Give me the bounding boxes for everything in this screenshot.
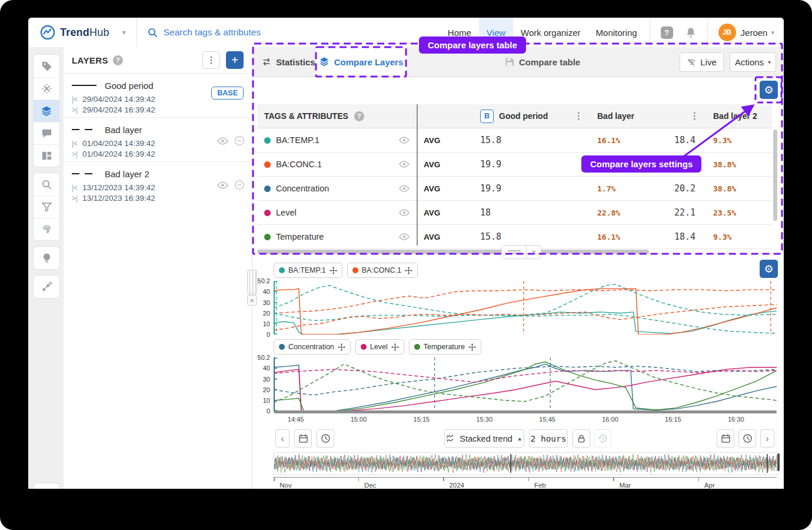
eye-icon[interactable]: [399, 209, 410, 216]
table-row[interactable]: ConcentrationAVG19.91.7%20.238.8%: [257, 177, 772, 201]
chart2-legend: Concentration Level Temperature: [274, 339, 481, 355]
sidebar-dashboard-button[interactable]: [34, 144, 59, 167]
lock-duration-button[interactable]: [573, 429, 590, 448]
layer-card-bad-layer-2[interactable]: Bad layer 2 |<13/12/2023 14:39:42 >|13/1…: [64, 161, 252, 206]
layer2-column-header[interactable]: Bad layer 2: [706, 104, 768, 128]
close-icon[interactable]: ✕: [527, 246, 541, 259]
legend-chip-level[interactable]: Level: [355, 339, 404, 355]
eye-icon[interactable]: [399, 233, 410, 240]
table-row[interactable]: LevelAVG1822.8%22.123.5%: [257, 201, 772, 225]
move-icon[interactable]: [468, 343, 476, 351]
table-horizontal-scrollbar[interactable]: [257, 250, 649, 254]
chart-axis-band: [274, 410, 777, 413]
sidebar-fingerprint-button[interactable]: [34, 218, 59, 240]
compare-layers-settings-button[interactable]: ⚙: [760, 81, 778, 99]
column-menu-icon[interactable]: ⋮: [690, 111, 699, 121]
move-icon[interactable]: [391, 343, 399, 351]
actions-button[interactable]: Actions▾: [730, 52, 776, 72]
layers-help-icon[interactable]: ?: [113, 55, 123, 65]
tag-cell[interactable]: Concentration: [257, 177, 417, 200]
layer-card-bad-layer[interactable]: Bad layer |<01/04/2024 14:39:42 >|01/04/…: [64, 117, 252, 161]
sidebar-more-button[interactable]: [33, 483, 60, 489]
history-button[interactable]: [594, 429, 611, 448]
sidebar-annotations-button[interactable]: [34, 122, 59, 144]
fingerprint-icon: [41, 224, 52, 235]
move-icon[interactable]: [338, 343, 345, 351]
workspace-switcher-caret[interactable]: ▾: [122, 28, 126, 37]
live-button[interactable]: Live: [680, 52, 724, 72]
table-row[interactable]: BA:TEMP.1AVG15.816.1%18.49.3%: [257, 128, 772, 153]
sidebar-layers-button[interactable]: [34, 100, 59, 122]
series-color-dot: [361, 344, 367, 350]
column-divider[interactable]: [417, 104, 418, 246]
user-avatar[interactable]: JB: [718, 24, 736, 41]
start-time-icon: |<: [72, 95, 82, 105]
legend-chip-ba-temp1[interactable]: BA:TEMP.1: [274, 263, 342, 278]
remove-layer-icon[interactable]: [234, 180, 245, 190]
tab-statistics[interactable]: Statistics: [262, 47, 315, 77]
end-time-button[interactable]: [738, 429, 756, 448]
divider: [650, 18, 650, 47]
sidebar-recommendations-button[interactable]: [34, 77, 59, 100]
legend-chip-concentration[interactable]: Concentration: [274, 339, 351, 355]
drag-handle-icon[interactable]: [502, 246, 527, 259]
chevron-down-icon: ▾: [768, 59, 771, 65]
sidebar-tags-button[interactable]: [34, 55, 59, 77]
tag-cell[interactable]: Temperature: [257, 225, 417, 249]
table-help-icon[interactable]: ?: [354, 111, 364, 121]
user-menu-caret[interactable]: ▾: [771, 29, 774, 37]
layers-menu-button[interactable]: ⋮: [202, 51, 220, 69]
start-time-button[interactable]: [317, 429, 334, 448]
end-calendar-button[interactable]: [717, 429, 734, 448]
app-logo[interactable]: TrendHub ▾: [28, 25, 126, 40]
move-icon[interactable]: [405, 267, 412, 274]
nav-monitoring[interactable]: Monitoring: [588, 18, 645, 47]
sidebar-tips-button[interactable]: [34, 247, 59, 269]
layer1-value-cell: 16.1%18.4: [590, 128, 706, 152]
base-column-header[interactable]: B Good period ⋮: [473, 104, 590, 128]
start-calendar-button[interactable]: [294, 429, 312, 448]
tag-cell[interactable]: BA:TEMP.1: [257, 128, 417, 152]
layer1-column-header[interactable]: Bad layer ⋮: [590, 104, 706, 128]
tag-cell[interactable]: BA:CONC.1: [257, 153, 417, 176]
sidebar-filter-button[interactable]: [34, 196, 59, 218]
tab-compare-layers[interactable]: Compare Layers: [316, 47, 406, 77]
search-bar[interactable]: Search tags & attributes: [137, 27, 261, 38]
sparkle-icon: [41, 83, 52, 94]
column-menu-icon[interactable]: ⋮: [574, 111, 583, 121]
table-resize-widget[interactable]: ✕: [501, 245, 541, 259]
chart2-plot[interactable]: [274, 357, 777, 411]
layer-card-good-period[interactable]: Good period BASE |<29/04/2024 14:39:42 >…: [64, 73, 252, 117]
help-button[interactable]: ?: [661, 26, 673, 39]
pan-left-button[interactable]: ‹: [275, 429, 289, 448]
node-graph-icon: [41, 281, 52, 293]
eye-icon[interactable]: [399, 137, 410, 144]
chart-settings-button[interactable]: ⚙: [760, 260, 778, 278]
eye-icon[interactable]: [399, 161, 410, 168]
eye-icon[interactable]: [217, 137, 228, 145]
y-tick-label: 0: [267, 331, 270, 338]
sidebar-context-graph-button[interactable]: [34, 276, 59, 298]
search-icon: [148, 28, 158, 38]
context-scrollbar-thumb[interactable]: [777, 453, 780, 471]
add-layer-button[interactable]: +: [226, 51, 244, 69]
notifications-button[interactable]: [685, 26, 697, 38]
layer1-value-cell: 1.7%20.2: [590, 177, 706, 200]
table-vertical-scrollbar[interactable]: [773, 130, 777, 221]
chart-mode-dropdown[interactable]: Stacked trend ▲: [444, 429, 524, 448]
tag-cell[interactable]: Level: [257, 201, 417, 224]
duration-button[interactable]: 2 hours: [529, 429, 568, 448]
month-tick-label: Apr: [704, 482, 715, 489]
chart1-plot[interactable]: [274, 281, 777, 334]
move-icon[interactable]: [330, 267, 337, 274]
table-header-row: TAGS & ATTRIBUTES ? B Good period ⋮ Bad …: [257, 104, 772, 128]
legend-chip-ba-conc1[interactable]: BA:CONC.1: [347, 263, 418, 278]
legend-chip-temperature[interactable]: Temperature: [409, 339, 481, 355]
eye-icon[interactable]: [217, 181, 228, 189]
context-overview-bar[interactable]: [274, 452, 778, 475]
pan-right-button[interactable]: ›: [760, 429, 774, 448]
sidebar-search-button[interactable]: [34, 173, 59, 196]
remove-layer-icon[interactable]: [234, 135, 245, 146]
month-tick-label: Feb: [534, 482, 546, 489]
eye-icon[interactable]: [399, 185, 410, 192]
